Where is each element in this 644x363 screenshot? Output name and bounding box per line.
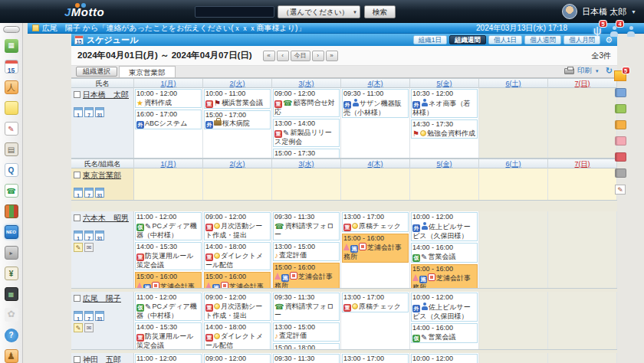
- event[interactable]: 10:30 - 12:00外ネオ商事（若林様）: [411, 89, 478, 118]
- neo-icon[interactable]: NEO: [5, 225, 18, 239]
- day-cell[interactable]: 13:00 - 17:00重原稿チェック: [341, 292, 410, 349]
- row-checkbox[interactable]: [74, 356, 80, 363]
- print-button[interactable]: 印刷: [577, 66, 592, 76]
- view-button[interactable]: 組織1日: [413, 35, 447, 44]
- name-link[interactable]: 六本木 昭男: [83, 214, 129, 222]
- row-checkbox[interactable]: [74, 214, 80, 221]
- day-header-link[interactable]: 6(土): [506, 80, 521, 87]
- day-cell[interactable]: 10:00 - 12:00★資料作成16:00 - 17:00外ABCシステム: [134, 88, 203, 158]
- event[interactable]: 13:00 - 15:00♪査定評価: [273, 242, 340, 261]
- day-cell[interactable]: 13:00 - 17:00重原稿チェック15:00 - 16:00施芝浦会計事務…: [341, 211, 410, 288]
- day-header-link[interactable]: 4(木): [368, 160, 383, 168]
- person-notification-icon[interactable]: [624, 24, 638, 39]
- event[interactable]: 10:00 - 12:00外佐上ビルサービス（久保田様）: [411, 293, 478, 322]
- event[interactable]: 14:00 - 16:00仮✎営業会議: [411, 243, 478, 263]
- day-header-link[interactable]: 3(水): [299, 80, 314, 87]
- sticky-color-chip-0[interactable]: [615, 88, 626, 97]
- people-notification-icon[interactable]: 4: [607, 24, 621, 39]
- edit-icon[interactable]: ✎: [74, 323, 83, 332]
- event[interactable]: 14:00 - 18:00重ダイレクトメール配信: [204, 242, 271, 270]
- view-button[interactable]: 組織週間: [449, 35, 486, 44]
- day-cell[interactable]: 09:00 - 12:00重月次活動シート作成・提出14:00 - 18:00重…: [203, 292, 272, 349]
- week-view-icon[interactable]: 7: [84, 188, 94, 198]
- view-button[interactable]: 個人1日: [488, 35, 522, 44]
- day-cell[interactable]: [479, 88, 548, 158]
- day-cell[interactable]: [272, 168, 341, 200]
- day-view-icon[interactable]: 1: [74, 188, 83, 198]
- event[interactable]: 09:00 - 12:00: [204, 354, 271, 363]
- sticky-color-chip-5[interactable]: [615, 168, 626, 178]
- attendance-icon[interactable]: 人: [5, 80, 18, 94]
- user-icon[interactable]: ♟: [5, 349, 18, 363]
- event[interactable]: 14:00 - 16:00仮✎営業会議: [411, 323, 478, 343]
- day-cell[interactable]: [134, 168, 203, 200]
- user-menu[interactable]: 日本橋 太郎 ▼: [562, 4, 636, 19]
- notification-message[interactable]: 広尾 陽子 から「連絡があったことをお伝えください(ｘｘｘ商事様より)」: [42, 23, 476, 34]
- phone-memo-icon[interactable]: ☎: [5, 184, 18, 198]
- event[interactable]: 13:00 - 15:00♪査定評価: [273, 322, 340, 342]
- finance-icon[interactable]: ¥: [5, 267, 18, 280]
- row-checkbox[interactable]: [74, 91, 80, 98]
- search-category-select[interactable]: （選んでください）: [278, 5, 360, 18]
- search-button[interactable]: 検索: [364, 5, 396, 18]
- day-cell[interactable]: 10:00 - 12:00外佐上ビルサービス（久保田様）14:00 - 16:0…: [410, 211, 479, 288]
- sticky-color-chip-1[interactable]: [615, 104, 626, 113]
- terminal-icon[interactable]: ▦: [5, 287, 18, 301]
- event[interactable]: 14:00 - 15:30重防災運用ルール策定会議: [135, 242, 202, 270]
- event[interactable]: 15:00 - 16:00施芝浦会計事務所: [204, 272, 271, 288]
- day-cell[interactable]: [548, 168, 617, 200]
- name-link[interactable]: 神田 五郎: [83, 355, 121, 363]
- week-view-icon[interactable]: 7: [84, 107, 94, 117]
- event[interactable]: 13:00 - 17:00: [342, 354, 409, 363]
- search-input[interactable]: [195, 6, 274, 18]
- day-cell[interactable]: [479, 353, 548, 363]
- event[interactable]: 15:00 - 17:30外みなとみらい産業（高橋様）: [273, 149, 340, 158]
- week-view-icon[interactable]: 7: [84, 311, 94, 321]
- day-view-icon[interactable]: 1: [74, 231, 83, 240]
- today-button[interactable]: 今日: [291, 51, 310, 61]
- day-cell[interactable]: 10:30 - 12:00外ネオ商事（若林様）14:30 - 17:30⚑勉強会…: [410, 88, 479, 158]
- month-view-icon[interactable]: 31: [95, 107, 104, 117]
- day-cell[interactable]: 09:00 - 12:00重☎顧客問合せ対応13:00 - 14:00重✎新製品…: [272, 88, 341, 158]
- event[interactable]: 09:30 - 11:30☎資料請求フォロー: [273, 293, 340, 321]
- prev-week-button[interactable]: «: [263, 51, 275, 61]
- antenna-notification-icon[interactable]: ψ 5: [590, 24, 604, 39]
- day-cell[interactable]: 09:30 - 11:00外サザン機器販売（小林様）: [341, 88, 410, 158]
- mail-icon[interactable]: ✉: [84, 323, 94, 332]
- document-icon[interactable]: ✎: [5, 122, 18, 136]
- day-header-link[interactable]: 5(金): [437, 80, 452, 87]
- sticky-color-chip-3[interactable]: [615, 136, 626, 146]
- event[interactable]: 09:00 - 12:00重☎顧客問合せ対応: [273, 89, 340, 117]
- event[interactable]: 13:00 - 17:00重原稿チェック: [342, 293, 409, 312]
- day-cell[interactable]: 09:30 - 11:30☎資料請求フォロー13:00 - 15:00♪査定評価…: [272, 211, 341, 288]
- event[interactable]: 15:00 - 18:00重⚑ISO定期教育: [273, 343, 340, 350]
- day-cell[interactable]: [203, 168, 272, 200]
- event[interactable]: 15:00 - 16:00施芝浦会計事務所: [135, 272, 202, 288]
- day-cell[interactable]: [548, 88, 617, 158]
- day-cell[interactable]: [548, 211, 617, 288]
- day-cell[interactable]: 11:00 - 12:00仮✎PCメディア機器（中村様）14:00 - 15:3…: [134, 211, 203, 288]
- day-header-link[interactable]: 2(火): [230, 80, 245, 87]
- row-checkbox[interactable]: [74, 295, 80, 302]
- day-cell[interactable]: [479, 168, 548, 200]
- sticky-note-icon[interactable]: 5: [614, 70, 626, 81]
- event[interactable]: 14:00 - 15:30重防災運用ルール策定会議: [135, 322, 202, 349]
- library-icon[interactable]: [5, 204, 18, 218]
- schedule-icon[interactable]: 15: [5, 60, 18, 74]
- event[interactable]: 10:00 - 12:00: [411, 354, 478, 363]
- mail-icon[interactable]: ✉: [84, 243, 94, 252]
- folder-icon[interactable]: ▸: [5, 246, 18, 260]
- event[interactable]: 09:00 - 12:00重月次活動シート作成・提出: [204, 212, 271, 240]
- event[interactable]: 13:00 - 17:00重原稿チェック: [342, 212, 409, 232]
- day-cell[interactable]: [479, 211, 548, 288]
- name-link[interactable]: 東京営業部: [83, 171, 121, 179]
- day-header-link[interactable]: 5(金): [437, 160, 452, 168]
- day-cell[interactable]: [341, 168, 410, 200]
- event[interactable]: 13:00 - 14:00重✎新製品リリース定例会: [273, 119, 340, 147]
- event[interactable]: 10:00 - 12:00外佐上ビルサービス（久保田様）: [411, 212, 478, 241]
- day-cell[interactable]: 09:00 - 12:00重月次活動シート作成・提出14:00 - 18:00重…: [203, 211, 272, 288]
- day-cell[interactable]: 10:00 - 12:00: [410, 353, 479, 363]
- day-header-link[interactable]: 1(月): [161, 160, 176, 168]
- prev-day-button[interactable]: ‹: [277, 51, 289, 61]
- day-cell[interactable]: 11:00 - 12:00: [134, 353, 203, 363]
